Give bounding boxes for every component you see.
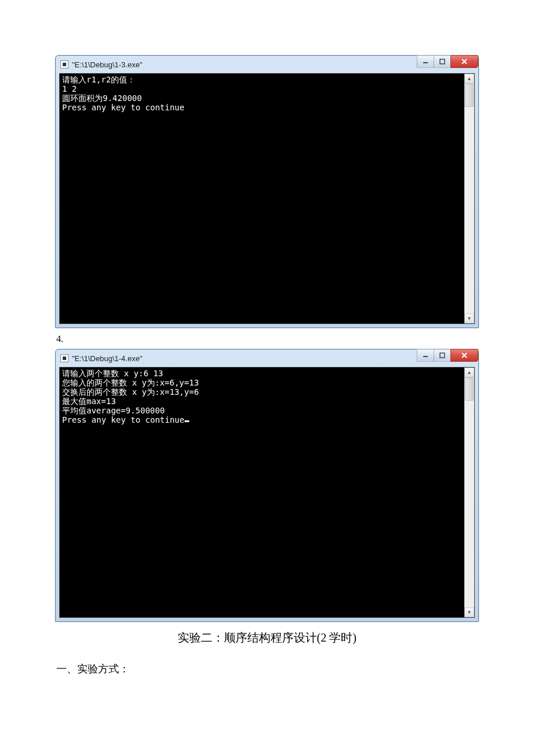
list-item-number: 4. xyxy=(56,334,478,344)
document-subheading: 一、实验方式： xyxy=(56,662,479,676)
minimize-icon xyxy=(423,59,428,64)
console-body: 请输入r1,r2的值： 1 2 圆环面积为9.420000 Press any … xyxy=(59,73,475,324)
close-button[interactable] xyxy=(450,349,478,362)
titlebar[interactable]: "E:\1\Debug\1-4.exe" xyxy=(56,350,478,367)
scroll-down-arrow-icon[interactable]: ▼ xyxy=(464,314,474,323)
minimize-icon xyxy=(423,352,428,358)
app-icon xyxy=(60,354,68,362)
output-line: 圆环面积为9.420000 xyxy=(62,93,142,103)
output-line: 请输入r1,r2的值： xyxy=(62,75,135,84)
scroll-down-arrow-icon[interactable]: ▼ xyxy=(464,607,474,617)
cursor-icon xyxy=(185,420,189,422)
scroll-up-arrow-icon[interactable]: ▲ xyxy=(464,368,474,377)
document-heading: 实验二：顺序结构程序设计(2 学时) xyxy=(55,630,479,646)
svg-rect-0 xyxy=(423,62,428,63)
scroll-track[interactable] xyxy=(464,84,474,314)
output-line: 平均值average=9.500000 xyxy=(62,406,165,415)
output-line: 最大值max=13 xyxy=(62,397,116,406)
minimize-button[interactable] xyxy=(417,55,434,68)
console-output: 请输入r1,r2的值： 1 2 圆环面积为9.420000 Press any … xyxy=(60,74,474,323)
close-icon xyxy=(461,352,468,359)
app-icon xyxy=(60,60,68,69)
console-window-1: "E:\1\Debug\1-3.exe" 请输入r1,r2的值： 1 2 圆环面… xyxy=(55,55,479,328)
vertical-scrollbar[interactable]: ▲ ▼ xyxy=(464,74,474,323)
titlebar[interactable]: "E:\1\Debug\1-3.exe" xyxy=(56,56,478,73)
vertical-scrollbar[interactable]: ▲ ▼ xyxy=(464,368,474,617)
output-line: 请输入两个整数 x y:6 13 xyxy=(62,369,163,378)
output-line: 1 2 xyxy=(62,84,77,93)
maximize-button[interactable] xyxy=(434,349,451,362)
console-body: 请输入两个整数 x y:6 13 您输入的两个整数 x y为:x=6,y=13 … xyxy=(59,367,475,618)
scroll-up-arrow-icon[interactable]: ▲ xyxy=(464,74,474,84)
window-controls xyxy=(417,55,478,68)
maximize-icon xyxy=(439,59,445,64)
console-window-2: "E:\1\Debug\1-4.exe" 请输入两个整数 x y:6 13 您输… xyxy=(55,349,479,622)
scroll-thumb[interactable] xyxy=(465,377,474,401)
svg-rect-3 xyxy=(440,353,445,358)
console-output: 请输入两个整数 x y:6 13 您输入的两个整数 x y为:x=6,y=13 … xyxy=(60,368,474,617)
minimize-button[interactable] xyxy=(417,349,434,362)
output-line: 您输入的两个整数 x y为:x=6,y=13 xyxy=(62,378,199,387)
window-title: "E:\1\Debug\1-4.exe" xyxy=(72,354,475,363)
svg-rect-1 xyxy=(440,59,445,64)
maximize-icon xyxy=(439,352,445,358)
window-controls xyxy=(417,349,478,362)
svg-rect-2 xyxy=(423,356,428,357)
scroll-thumb[interactable] xyxy=(465,84,474,107)
output-line: 交换后的两个整数 x y为:x=13,y=6 xyxy=(62,387,199,397)
output-line: Press any key to continue xyxy=(62,415,185,424)
close-button[interactable] xyxy=(450,55,478,68)
output-line: Press any key to continue xyxy=(62,103,185,112)
close-icon xyxy=(461,58,468,65)
maximize-button[interactable] xyxy=(434,55,451,68)
window-title: "E:\1\Debug\1-3.exe" xyxy=(72,60,475,69)
scroll-track[interactable] xyxy=(464,377,474,607)
